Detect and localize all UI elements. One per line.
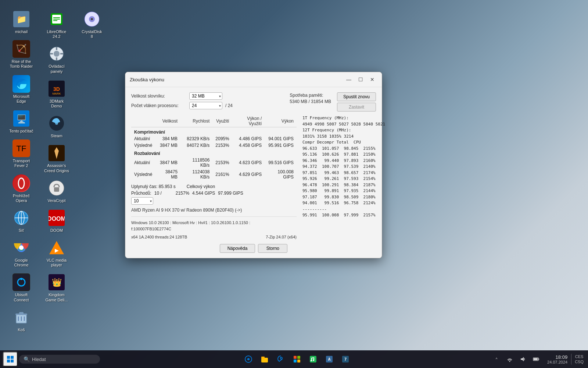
dialog-minimize-button[interactable]: — [344,75,354,84]
pruchodu-gips1: 4.544 GIPS [192,191,215,196]
desktop-icon-steam[interactable]: Steam [42,113,71,140]
svg-text:🏹: 🏹 [16,43,27,54]
row-vykon-vyuziti: 4.623 GIPS [232,157,265,169]
show-desktop-button[interactable] [571,354,573,365]
svg-rect-64 [297,356,300,359]
rozbalovani-header: Rozbalování [131,149,297,157]
row-velikost: 384 MB [155,135,180,142]
desktop-icon-tento-pocitac[interactable]: 🖥️ Tento počítač [7,108,36,135]
row-rychlost: 1124038 KB/s [180,169,212,180]
row-vykon-vyuziti: 4.629 GIPS [232,169,265,180]
svg-text:DOOM: DOOM [49,216,65,222]
velikost-select-wrapper: 32 MB [189,92,222,100]
svg-point-19 [20,278,22,280]
desktop-icon-kingdom[interactable]: 👑 KingdomGame Deli... [42,272,71,304]
desktop-icon-veracrypt[interactable]: VeraCrypt [42,178,71,205]
icon-label-crystaldisk: CrystalDisk8 [82,29,102,39]
desktop-icon-kos[interactable]: Koš [7,307,36,334]
desktop-icon-3dmark[interactable]: 3DMARK 3DMarkDemo [42,78,71,110]
taskbar-app-music[interactable] [306,352,320,367]
svg-point-41 [55,122,58,125]
desktop-icon-crystaldisk[interactable]: CrystalDisk8 [77,9,107,40]
vlakna-select[interactable]: 24 [189,102,222,109]
svg-point-16 [19,245,24,250]
hidden-icons-button[interactable]: ^ [491,353,502,365]
taskbar-search[interactable]: 🔍 Hledat [19,355,100,364]
taskbar-app-explorer[interactable] [257,352,272,367]
run-button[interactable]: Spustit znovu [337,92,376,101]
taskbar-app-store[interactable] [290,352,304,367]
desktop-icon-tomb-raider[interactable]: 🏹 Rise of theTomb Raider [7,39,36,70]
icon-label-3dmark: 3DMarkDemo [50,99,64,109]
right-panel: 1T Frequency (MHz): 4949 4998 5007 5027 … [302,115,376,240]
desktop-icon-transport-fever[interactable]: TF TransportFever 2 [7,138,36,170]
desktop-icon-ovladace[interactable]: Ovládacípanely [42,43,71,75]
pruchodu-value: 10 / [154,191,162,196]
timing-row: Uplynulý čas: 85.953 s Celkový výkon [131,184,297,189]
dialog-body: Velikost slovníku: 32 MB Počet vláken pr… [125,87,382,258]
row-vyuziti: 2161% [212,169,232,180]
desktop-icon-edge[interactable]: MicrosoftEdge [7,74,36,105]
row-name: Aktuální [131,135,155,142]
volume-icon[interactable] [517,353,529,365]
pruchodu-rychlost: 2157% [176,191,189,196]
taskbar-app-edge[interactable] [273,352,288,367]
row-vykon-vyuziti: 4.486 GIPS [232,135,265,142]
dialog-maximize-button[interactable]: ☐ [355,75,366,84]
dialog-window-controls: — ☐ ✕ [344,75,377,84]
taskbar-app-7zip2[interactable]: 7 [338,352,353,367]
clock-date: 24.07.2024 [547,360,567,364]
svg-text:3D: 3D [53,86,60,92]
svg-text:👑: 👑 [52,277,62,287]
stop-button[interactable]: Zastavit [337,103,376,112]
battery-icon[interactable] [530,353,542,365]
icon-label-assassins: Assassin'sCreed Origins [44,163,69,173]
icon-label-tomb: Rise of theTomb Raider [10,59,33,69]
icon-label-libreoffice: LibreOffice24.2 [47,29,67,39]
svg-rect-45 [54,187,59,192]
clock-time: 18:09 [547,354,567,360]
dialog-close-button[interactable]: ✕ [367,75,377,84]
desktop-icons-container: 📁 michail 🏹 Rise of theTomb Raider Micro… [0,0,113,346]
svg-point-72 [509,361,510,362]
velikost-select[interactable]: 32 MB [189,92,222,100]
desktop-icon-doom[interactable]: DOOM DOOM [42,208,71,234]
desktop-icon-assassins[interactable]: Assassin'sCreed Origins [42,143,71,174]
desktop-icon-libreoffice[interactable]: LibreOffice24.2 [42,9,71,40]
svg-rect-65 [294,360,297,362]
desktop-icon-michal[interactable]: 📁 michail [7,9,36,36]
desktop-icon-opera[interactable]: ProhlížečOpera [7,173,36,205]
icon-label-kos: Koš [18,328,25,332]
start-button[interactable] [3,352,18,367]
dialog-footer: Windows 10.0 26100 : Microsoft Hv : Hv#1… [131,216,297,240]
svg-rect-66 [297,360,300,362]
taskbar-clock[interactable]: 18:09 24.07.2024 [545,354,570,365]
row-vykon-vyuziti: 4.458 GIPS [232,142,265,149]
desktop-icon-sit[interactable]: Síť [7,208,36,234]
help-button[interactable]: Nápověda [220,244,255,253]
taskbar-app-copilot[interactable] [241,352,256,367]
ces-csq-label: CES CSQ [575,354,584,365]
passes-select[interactable]: 10 1 5 20 [131,197,153,205]
cancel-button[interactable]: Storno [258,244,287,253]
icon-label-chrome: GoogleChrome [14,258,28,268]
col-header-vykon: Výkon [265,115,297,127]
footer-bottom-row: x64 1A.2400 threads:24 128TB 7-Zip 24.07… [131,234,297,240]
svg-rect-56 [7,356,10,359]
desktop-icon-ubisoft[interactable]: UbisoftConnect [7,272,36,304]
pruchodu-label: Průchodů: [131,191,151,196]
svg-rect-57 [11,356,14,359]
benchmark-dialog: Zkouška výkonu — ☐ ✕ Velikost slovníku: … [125,72,382,258]
taskbar-app-7zip1[interactable]: A [322,352,337,367]
passes-select-wrapper: 10 1 5 20 [131,197,153,205]
desktop-icon-google-chrome[interactable]: GoogleChrome [7,237,36,269]
desktop-icon-vlc[interactable]: ▶ VLC mediaplayer [42,237,71,269]
row-name: Výsledné [131,169,155,180]
col-header-rychlost: Rychlost [180,115,212,127]
svg-rect-34 [56,57,57,60]
network-icon[interactable] [504,353,516,365]
svg-rect-36 [60,53,63,54]
footer-line1: Windows 10.0 26100 : Microsoft Hv : Hv#1… [131,220,297,226]
pruchodu-gips2: 97.999 GIPS [218,191,243,196]
dialog-two-cols: Velikost Rychlost Využití Výkon / Využit… [131,115,376,240]
